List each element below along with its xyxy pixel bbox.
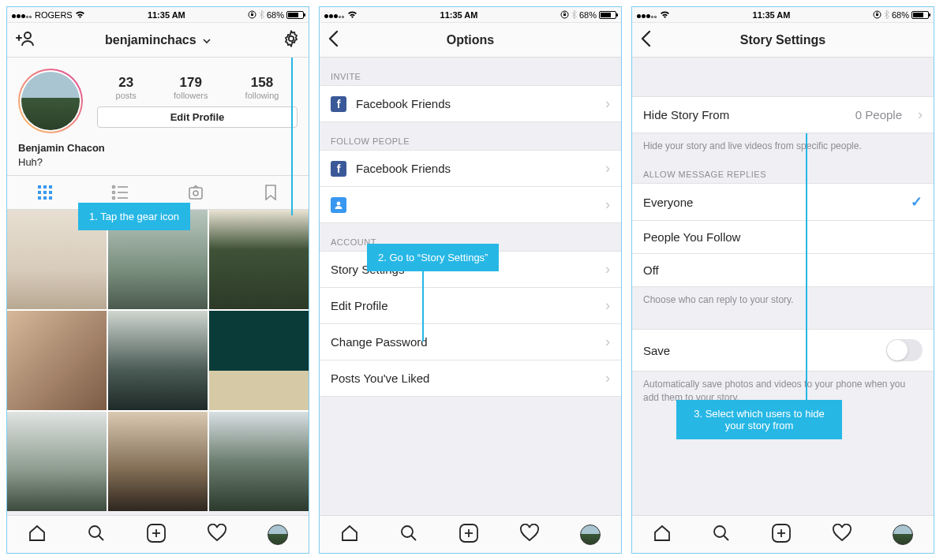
- rotation-lock-icon: [873, 10, 881, 19]
- stat-following-count: 158: [245, 75, 279, 91]
- svg-rect-11: [43, 196, 47, 200]
- tab-add-icon[interactable]: [459, 523, 479, 547]
- row-value: 0 People: [855, 108, 902, 121]
- username-label: benjaminchacs: [105, 33, 197, 47]
- svg-rect-1: [251, 14, 253, 17]
- avatar[interactable]: [18, 69, 83, 133]
- row-label: Facebook Friends: [356, 97, 451, 110]
- tab-bar: [632, 515, 934, 553]
- row-save-shared[interactable]: Save: [632, 329, 934, 371]
- battery-icon: [599, 11, 616, 19]
- svg-line-22: [99, 536, 103, 540]
- row-reply-off[interactable]: Off: [632, 253, 934, 287]
- stat-followers-count: 179: [174, 75, 208, 91]
- back-button[interactable]: [640, 30, 651, 50]
- photo-thumbnail[interactable]: [7, 311, 107, 410]
- svg-point-29: [402, 526, 413, 537]
- row-follow-contacts[interactable]: ›: [320, 186, 621, 223]
- row-label: Save: [643, 344, 670, 357]
- row-reply-follow[interactable]: People You Follow: [632, 220, 934, 254]
- svg-line-30: [411, 536, 416, 540]
- photo-thumbnail[interactable]: [108, 412, 208, 511]
- svg-rect-10: [38, 196, 41, 200]
- username-dropdown[interactable]: benjaminchacs: [50, 33, 266, 47]
- photo-thumbnail[interactable]: [209, 311, 309, 410]
- profile-content: 23 posts 179 followers 158 following: [7, 58, 309, 515]
- bluetooth-icon: [884, 10, 889, 19]
- add-user-icon[interactable]: [15, 30, 34, 50]
- stat-following[interactable]: 158 following: [245, 75, 279, 100]
- wifi-icon: [347, 11, 357, 19]
- stat-followers-label: followers: [174, 91, 208, 100]
- photo-thumbnail[interactable]: [209, 412, 309, 511]
- stat-following-label: following: [245, 91, 279, 100]
- save-toggle[interactable]: [886, 339, 923, 361]
- row-follow-facebook[interactable]: f Facebook Friends ›: [320, 150, 621, 187]
- row-label: Posts You've Liked: [331, 371, 429, 385]
- svg-point-28: [337, 201, 341, 205]
- photo-thumbnail[interactable]: [108, 311, 208, 410]
- svg-rect-9: [49, 191, 52, 194]
- gear-icon[interactable]: [282, 29, 301, 51]
- photo-thumbnail[interactable]: [7, 412, 107, 511]
- row-label: Off: [643, 263, 659, 277]
- facebook-icon: f: [331, 161, 346, 177]
- tab-activity-icon[interactable]: [519, 524, 540, 546]
- svg-rect-12: [49, 196, 52, 200]
- tab-home-icon[interactable]: [653, 524, 672, 546]
- battery-icon: [911, 11, 929, 19]
- row-reply-everyone[interactable]: Everyone ✓: [632, 183, 934, 221]
- svg-point-13: [113, 186, 115, 189]
- tab-add-icon[interactable]: [771, 523, 792, 547]
- carrier-label: ROGERS: [35, 10, 73, 20]
- photo-thumbnail[interactable]: [209, 210, 309, 309]
- stat-followers[interactable]: 179 followers: [174, 75, 208, 100]
- nav-bar: Story Settings: [632, 23, 934, 58]
- stat-posts-count: 23: [116, 75, 137, 91]
- tab-home-icon[interactable]: [340, 524, 359, 546]
- svg-rect-5: [43, 185, 47, 189]
- status-time: 11:35 AM: [753, 10, 791, 20]
- row-invite-facebook[interactable]: f Facebook Friends ›: [320, 85, 621, 122]
- chevron-right-icon: ›: [605, 160, 610, 177]
- callout-leader: [422, 271, 424, 342]
- tab-grid[interactable]: [7, 176, 83, 209]
- tab-saved[interactable]: [234, 176, 309, 209]
- bluetooth-icon: [571, 10, 577, 19]
- tab-profile-icon[interactable]: [268, 525, 288, 545]
- back-button[interactable]: [328, 30, 339, 50]
- tab-activity-icon[interactable]: [832, 524, 852, 546]
- svg-rect-35: [876, 14, 878, 17]
- tab-bar: [320, 515, 621, 553]
- tab-add-icon[interactable]: [146, 523, 167, 547]
- tab-profile-icon[interactable]: [580, 525, 601, 545]
- tab-search-icon[interactable]: [712, 524, 731, 546]
- signal-dots-icon: [324, 10, 345, 20]
- profile-bio: Benjamin Chacon Huh?: [18, 133, 298, 169]
- row-edit-profile[interactable]: Edit Profile ›: [320, 287, 621, 324]
- stat-posts[interactable]: 23 posts: [116, 75, 137, 100]
- section-follow: FOLLOW PEOPLE: [320, 122, 621, 151]
- row-label: Change Password: [331, 335, 428, 349]
- profile-bio-text: Huh?: [18, 155, 298, 170]
- row-posts-liked[interactable]: Posts You've Liked ›: [320, 360, 621, 397]
- row-change-password[interactable]: Change Password ›: [320, 323, 621, 360]
- tab-profile-icon[interactable]: [893, 525, 913, 545]
- tab-home-icon[interactable]: [28, 524, 47, 546]
- svg-point-17: [113, 197, 115, 200]
- tab-activity-icon[interactable]: [207, 524, 227, 546]
- hide-story-note: Hide your story and live videos from spe…: [632, 133, 934, 155]
- tab-search-icon[interactable]: [87, 524, 106, 546]
- chevron-right-icon: ›: [605, 196, 610, 213]
- tab-search-icon[interactable]: [399, 524, 418, 546]
- svg-rect-8: [43, 191, 47, 194]
- svg-point-3: [289, 35, 294, 40]
- row-label: People You Follow: [643, 230, 740, 244]
- section-allow-replies: ALLOW MESSAGE REPLIES: [632, 155, 934, 184]
- section-invite: INVITE: [320, 58, 621, 86]
- edit-profile-button[interactable]: Edit Profile: [97, 106, 298, 128]
- checkmark-icon: ✓: [911, 193, 923, 211]
- row-hide-story-from[interactable]: Hide Story From 0 People ›: [632, 96, 934, 133]
- status-bar: ROGERS 11:35 AM 68%: [7, 7, 309, 23]
- callout-leader: [291, 58, 293, 215]
